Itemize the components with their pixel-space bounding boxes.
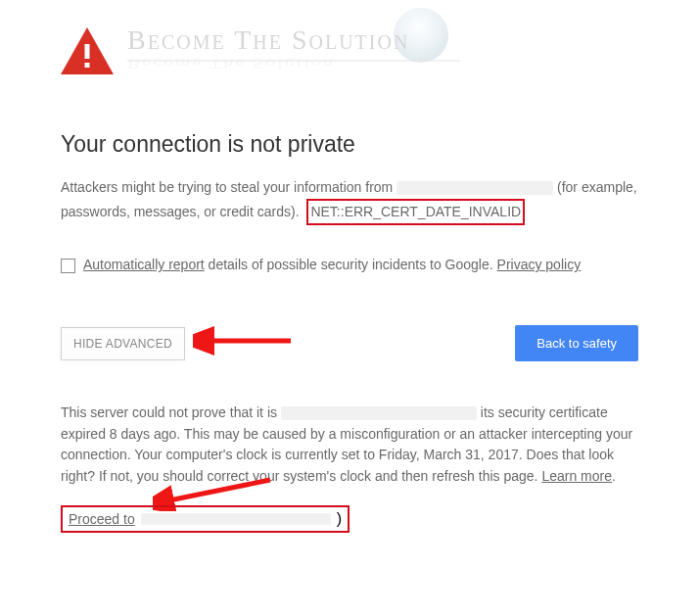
page-title: Your connection is not private	[61, 131, 638, 158]
warning-triangle-icon	[61, 27, 114, 78]
details-pre: This server could not prove that it is	[61, 404, 281, 420]
annotation-arrow-1	[193, 321, 301, 360]
redacted-host-2	[281, 406, 477, 420]
desc-pre: Attackers might be trying to steal your …	[61, 179, 396, 195]
redacted-host-3	[141, 513, 331, 525]
proceed-tail: )	[337, 510, 342, 528]
proceed-link-highlight: Proceed to )	[61, 505, 350, 533]
error-code: NET::ERR_CERT_DATE_INVALID	[310, 204, 521, 219]
proceed-link[interactable]: Proceed to	[69, 511, 135, 527]
redacted-host-1	[396, 181, 553, 195]
privacy-policy-link[interactable]: Privacy policy	[497, 257, 582, 272]
report-text: Automatically report details of possible…	[83, 255, 581, 276]
hide-advanced-button[interactable]: HIDE ADVANCED	[61, 327, 185, 360]
report-tail: details of possible security incidents t…	[205, 257, 497, 272]
svg-rect-5	[85, 44, 90, 59]
learn-more-link[interactable]: Learn more	[541, 468, 612, 484]
warning-description: Attackers might be trying to steal your …	[61, 177, 638, 225]
svg-rect-6	[85, 63, 90, 68]
back-to-safety-button[interactable]: Back to safety	[515, 325, 638, 361]
auto-report-link[interactable]: Automatically report	[83, 257, 205, 272]
auto-report-checkbox[interactable]	[61, 259, 75, 273]
error-code-highlight: NET::ERR_CERT_DATE_INVALID	[306, 199, 525, 226]
advanced-details: This server could not prove that it is i…	[61, 403, 638, 488]
